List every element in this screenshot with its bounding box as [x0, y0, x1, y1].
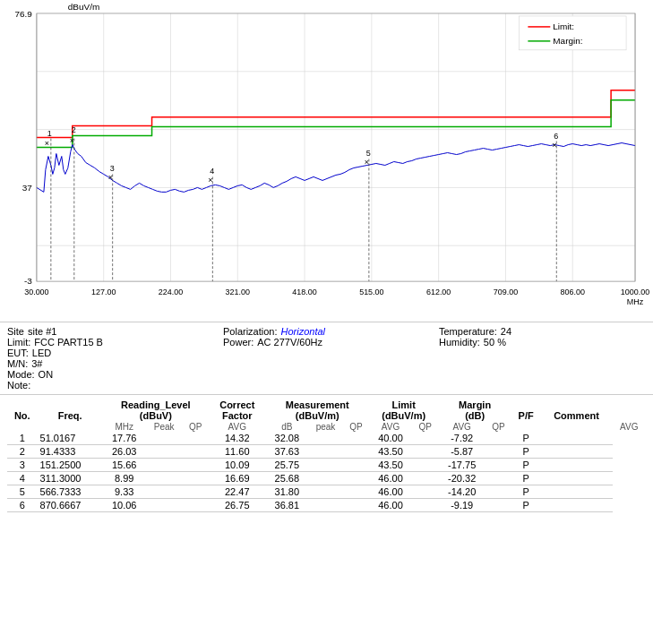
- col-db-sub: dB: [266, 422, 308, 432]
- col-cf-header: CorrectFactor: [209, 399, 266, 422]
- svg-text:×: ×: [70, 136, 74, 145]
- site-info-section: Site site #1 Limit: FCC PART15 B EUT: LE…: [0, 322, 653, 395]
- cell-limit-qp: 46.00: [369, 499, 412, 512]
- cell-qp: [146, 485, 183, 499]
- cell-margin-qp: -9.19: [438, 499, 485, 512]
- eut-label: EUT:: [7, 348, 29, 358]
- polarization-label: Polarization:: [223, 326, 278, 337]
- cell-meas-peak: 32.08: [266, 432, 308, 445]
- cell-peak: 15.66: [103, 459, 146, 472]
- svg-text:×: ×: [365, 158, 369, 167]
- site-label: Site: [7, 326, 24, 337]
- power-value: AC 277V/60Hz: [257, 337, 322, 348]
- y-label-mid: 37: [22, 183, 33, 193]
- col-margin-qp-sub: QP: [485, 422, 511, 432]
- cell-limit-qp: 40.00: [369, 432, 412, 445]
- cell-no: 5: [7, 485, 38, 499]
- svg-text:224.00: 224.00: [159, 288, 183, 296]
- cell-limit-avg: [412, 459, 438, 472]
- col-reading-header: Reading_Level(dBuV): [103, 399, 209, 422]
- cell-meas-avg: [343, 485, 369, 499]
- cell-margin-qp: -20.32: [438, 472, 485, 485]
- col-meas-avg-sub: AVG: [369, 422, 412, 432]
- svg-text:2: 2: [72, 125, 76, 134]
- cell-freq: 91.4333: [38, 445, 103, 459]
- cell-meas-qp: [308, 459, 343, 472]
- mode-label: Mode:: [7, 369, 35, 380]
- col-margin-avg-sub: AVG: [613, 422, 646, 432]
- table-row: 2 91.4333 26.03 11.60 37.63 43.50 -5.87 …: [7, 445, 646, 459]
- col-no-header: No.: [7, 399, 38, 432]
- svg-text:127.00: 127.00: [91, 288, 116, 296]
- cell-comment: [540, 432, 612, 445]
- cell-margin-avg: [485, 445, 511, 459]
- cell-qp: [146, 445, 183, 459]
- cell-peak: 26.03: [103, 445, 146, 459]
- polarization-value: Horizontal: [281, 326, 326, 337]
- cell-meas-qp: [308, 472, 343, 485]
- cell-cf: 14.32: [209, 432, 266, 445]
- eut-value: LED: [32, 348, 51, 358]
- cell-meas-qp: [308, 485, 343, 499]
- power-label: Power:: [223, 337, 253, 348]
- svg-text:4: 4: [210, 167, 214, 176]
- col-margin-header: Margin(dB): [438, 399, 511, 422]
- cell-cf: 26.75: [209, 499, 266, 512]
- cell-no: 3: [7, 459, 38, 472]
- cell-avg: [183, 472, 209, 485]
- cell-no: 1: [7, 432, 38, 445]
- measurement-table-section: No. Freq. Reading_Level(dBuV) CorrectFac…: [0, 395, 653, 516]
- cell-comment: [540, 499, 612, 512]
- table-row: 4 311.3000 8.99 16.69 25.68 46.00 -20.32…: [7, 472, 646, 485]
- cell-margin-qp: -17.75: [438, 459, 485, 472]
- cell-limit-avg: [412, 472, 438, 485]
- cell-avg: [183, 445, 209, 459]
- col-freq-header: Freq.: [38, 399, 103, 432]
- cell-limit-qp: 46.00: [369, 485, 412, 499]
- y-label-bot: -3: [24, 276, 32, 286]
- cell-meas-peak: 25.68: [266, 472, 308, 485]
- legend-margin-label: Margin:: [553, 36, 582, 46]
- col-limit-qp-sub: QP: [412, 422, 438, 432]
- cell-avg: [183, 485, 209, 499]
- site-value: site #1: [28, 326, 56, 337]
- cell-meas-avg: [343, 432, 369, 445]
- cell-pf: P: [511, 499, 541, 512]
- cell-meas-peak: 31.80: [266, 485, 308, 499]
- svg-text:1: 1: [47, 129, 52, 138]
- temperature-value: 24: [501, 326, 511, 337]
- svg-text:30.000: 30.000: [24, 288, 48, 296]
- svg-text:709.00: 709.00: [494, 288, 518, 296]
- humidity-label: Humidity:: [439, 337, 480, 348]
- svg-text:×: ×: [108, 173, 113, 182]
- svg-text:6: 6: [554, 132, 558, 141]
- cell-meas-avg: [343, 445, 369, 459]
- cell-no: 4: [7, 472, 38, 485]
- cell-meas-avg: [343, 459, 369, 472]
- cell-pf: P: [511, 472, 541, 485]
- cell-meas-peak: 37.63: [266, 445, 308, 459]
- col-limit-avg-sub: AVG: [438, 422, 485, 432]
- col-peak-sub: Peak: [146, 422, 183, 432]
- cell-no: 2: [7, 445, 38, 459]
- cell-meas-avg: [343, 499, 369, 512]
- table-row: 6 870.6667 10.06 26.75 36.81 46.00 -9.19…: [7, 499, 646, 512]
- svg-text:MHz: MHz: [627, 297, 644, 306]
- cell-qp: [146, 472, 183, 485]
- cell-margin-avg: [485, 472, 511, 485]
- table-body: 1 51.0167 17.76 14.32 32.08 40.00 -7.92 …: [7, 432, 646, 512]
- cell-cf: 10.09: [209, 459, 266, 472]
- table-row: 5 566.7333 9.33 22.47 31.80 46.00 -14.20…: [7, 485, 646, 499]
- cell-peak: 10.06: [103, 499, 146, 512]
- cell-pf: P: [511, 432, 541, 445]
- col-pf-header: P/F: [511, 399, 541, 432]
- col-meas-qp-sub: QP: [343, 422, 369, 432]
- cell-peak: 8.99: [103, 472, 146, 485]
- measurement-table: No. Freq. Reading_Level(dBuV) CorrectFac…: [7, 399, 646, 512]
- cell-meas-peak: 25.75: [266, 459, 308, 472]
- cell-limit-qp: 43.50: [369, 445, 412, 459]
- svg-text:806.00: 806.00: [561, 288, 585, 296]
- y-label-top: 76.9: [15, 9, 33, 19]
- cell-cf: 11.60: [209, 445, 266, 459]
- chart-area: 76.9 37 -3 dBuV/m 30.000 127.00 224.00 3…: [0, 0, 653, 322]
